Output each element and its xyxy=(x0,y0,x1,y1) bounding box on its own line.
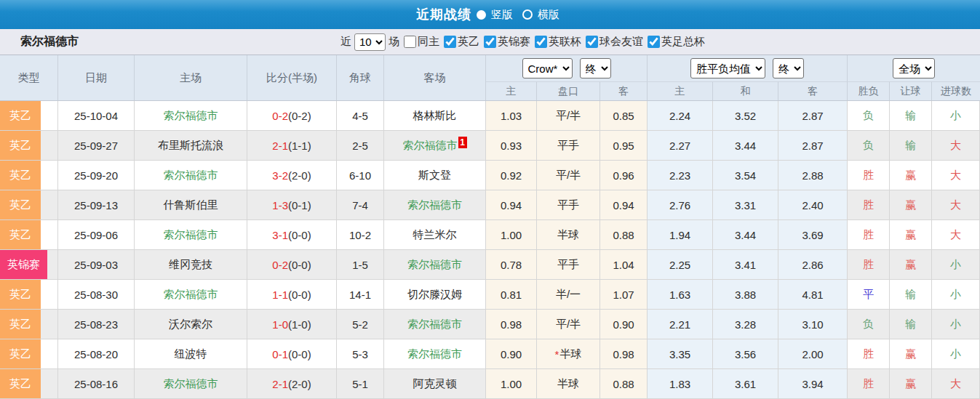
odds-time-select[interactable]: 终 xyxy=(580,58,611,78)
corner-cell: 14-1 xyxy=(337,280,384,310)
spread-result-cell: 赢 xyxy=(890,339,932,369)
horizontal-layout-radio[interactable] xyxy=(522,9,533,20)
home-team-link[interactable]: 索尔福德市 xyxy=(164,288,218,302)
league-type-badge: 英乙 xyxy=(0,310,41,339)
subheader-result: 胜负 xyxy=(848,81,890,100)
result-cell: 负 xyxy=(848,131,890,161)
home-team-link[interactable]: 索尔福德市 xyxy=(164,377,218,391)
avg-draw-cell: 3.31 xyxy=(713,190,778,220)
scope-select[interactable]: 全场 xyxy=(893,58,935,78)
same-home-checkbox[interactable] xyxy=(404,36,416,48)
type-cell: 英乙 xyxy=(0,101,58,131)
odds-away-cell: 0.96 xyxy=(600,161,648,190)
full-score: 1-1 xyxy=(272,289,288,301)
avg-odds-select[interactable]: 胜平负均值 xyxy=(690,58,765,78)
home-team-link[interactable]: 索尔福德市 xyxy=(164,228,218,242)
goals-result-cell: 小 xyxy=(932,280,980,310)
away-team-cell: 切尔滕汉姆 xyxy=(384,280,486,310)
handicap-cell: 平手 xyxy=(537,131,600,161)
half-score: (0-2) xyxy=(288,110,311,122)
away-team-link[interactable]: 索尔福德市 xyxy=(407,347,462,361)
half-score: (0-0) xyxy=(288,348,311,360)
home-team-link[interactable]: 索尔福德市 xyxy=(164,109,218,123)
subheader-odds-home: 主 xyxy=(486,81,537,100)
spread-result-cell: 赢 xyxy=(890,190,932,220)
score-cell: 3-2(2-0) xyxy=(247,161,337,190)
avg-time-select[interactable]: 终 xyxy=(773,58,804,78)
full-score: 3-2 xyxy=(272,169,288,182)
goals-result-cell: 小 xyxy=(932,250,980,280)
league-checkbox[interactable] xyxy=(535,36,547,48)
result-cell: 胜 xyxy=(848,220,890,250)
match-row: 英乙25-08-23沃尔索尔1-0(1-0)5-2索尔福德市0.98平/半0.9… xyxy=(0,310,980,339)
match-row: 英乙25-09-13什鲁斯伯里1-3(0-1)7-4索尔福德市0.94平手0.9… xyxy=(0,190,980,220)
league-checkbox[interactable] xyxy=(648,36,660,48)
subheader-avg-away: 客 xyxy=(778,81,848,100)
full-score: 3-1 xyxy=(272,229,288,241)
type-cell: 英乙 xyxy=(0,339,58,369)
vertical-layout-label[interactable]: 竖版 xyxy=(491,8,513,22)
away-team-link[interactable]: 格林斯比 xyxy=(413,109,457,123)
match-row: 英锦赛25-09-03维冈竞技0-2(0-0)1-5索尔福德市0.78平手1.0… xyxy=(0,250,980,280)
games-label: 场 xyxy=(389,35,399,49)
away-team-link[interactable]: 特兰米尔 xyxy=(413,228,457,242)
goals-result-cell: 大 xyxy=(932,161,980,190)
home-team-link[interactable]: 布里斯托流浪 xyxy=(158,139,223,153)
away-team-link[interactable]: 索尔福德市 xyxy=(407,318,462,331)
away-team-link[interactable]: 斯文登 xyxy=(418,169,451,182)
avg-draw-cell: 3.52 xyxy=(713,101,778,131)
match-row: 英乙25-10-04索尔福德市0-2(0-2)4-5格林斯比1.03平/半0.8… xyxy=(0,101,980,131)
vertical-layout-radio[interactable] xyxy=(477,10,486,20)
avg-home-cell: 2.27 xyxy=(648,131,713,161)
score-cell: 0-2(0-0) xyxy=(247,250,337,280)
recent-count-select[interactable]: 10 xyxy=(354,33,386,51)
horizontal-layout-label[interactable]: 横版 xyxy=(538,8,559,22)
goals-result-cell: 小 xyxy=(932,101,980,131)
full-score: 1-0 xyxy=(272,318,288,331)
red-card-badge: 1 xyxy=(458,137,467,148)
away-team-link[interactable]: 索尔福德市 xyxy=(407,198,462,212)
league-filter-1: 英锦赛 xyxy=(484,35,530,49)
avg-home-cell: 2.76 xyxy=(648,190,713,220)
home-team-link[interactable]: 索尔福德市 xyxy=(164,169,218,182)
result-cell: 胜 xyxy=(848,250,890,280)
date-cell: 25-08-30 xyxy=(58,280,135,310)
odds-home-cell: 0.90 xyxy=(486,339,537,369)
away-team-link[interactable]: 阿克灵顿 xyxy=(413,377,457,391)
away-team-cell: 索尔福德市 xyxy=(384,310,486,339)
avg-home-cell: 1.83 xyxy=(648,369,713,399)
full-score: 1-3 xyxy=(272,199,288,211)
handicap-cell: 平手 xyxy=(537,250,600,280)
subheader-goals: 进球数 xyxy=(932,81,980,100)
away-team-link[interactable]: 索尔福德市 xyxy=(407,258,462,272)
league-label: 英联杯 xyxy=(549,35,581,49)
league-checkbox[interactable] xyxy=(444,36,456,48)
home-team-link[interactable]: 什鲁斯伯里 xyxy=(164,198,218,212)
home-team-link[interactable]: 纽波特 xyxy=(175,347,207,361)
half-score: (0-1) xyxy=(288,199,311,211)
date-cell: 25-09-20 xyxy=(58,161,135,190)
league-checkbox[interactable] xyxy=(484,36,496,48)
match-row: 英乙25-09-06索尔福德市3-1(0-0)10-2特兰米尔1.00半球0.8… xyxy=(0,220,980,250)
date-cell: 25-09-13 xyxy=(58,190,135,220)
type-cell: 英锦赛 xyxy=(0,250,58,280)
full-score: 0-2 xyxy=(272,110,288,122)
away-team-link[interactable]: 切尔滕汉姆 xyxy=(407,288,462,302)
league-checkbox[interactable] xyxy=(586,36,598,48)
home-team-cell: 纽波特 xyxy=(135,339,247,369)
avg-away-cell: 4.81 xyxy=(778,280,848,310)
away-team-link[interactable]: 索尔福德市 xyxy=(403,139,458,153)
league-label: 球会友谊 xyxy=(599,35,643,49)
home-team-link[interactable]: 维冈竞技 xyxy=(169,258,212,272)
handicap-star: * xyxy=(555,348,559,360)
subheader-handicap: 盘口 xyxy=(537,81,600,100)
avg-home-cell: 1.63 xyxy=(648,280,713,310)
half-score: (1-1) xyxy=(288,140,311,152)
home-team-link[interactable]: 沃尔索尔 xyxy=(169,318,212,331)
handicap-text: 半球 xyxy=(559,347,581,361)
subheader-spread: 让球 xyxy=(890,81,932,100)
full-score: 0-1 xyxy=(272,348,288,360)
odds-away-cell: 0.94 xyxy=(600,190,648,220)
date-cell: 25-09-03 xyxy=(58,250,135,280)
odds-company-select[interactable]: Crow* xyxy=(522,58,573,78)
